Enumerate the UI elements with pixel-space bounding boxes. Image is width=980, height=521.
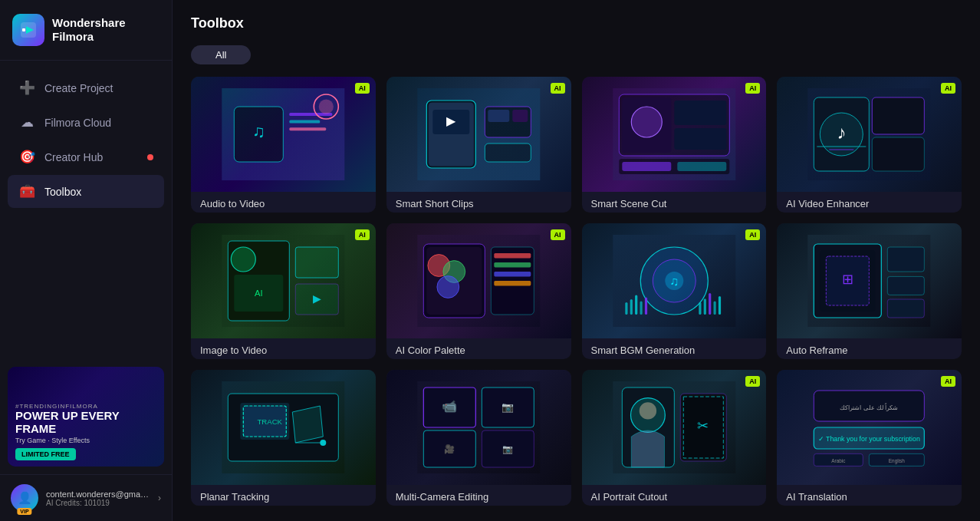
svg-rect-53 [494,262,531,267]
tool-label: Audio to Video [191,192,376,213]
tool-card-ai-color-palette[interactable]: AI AI Color Palette [386,223,571,359]
svg-rect-70 [718,296,720,315]
tool-card-auto-reframe[interactable]: ⊞ Auto Reframe [777,223,962,359]
svg-rect-18 [488,110,509,122]
tool-label: Multi-Camera Editing [386,485,571,506]
svg-text:🎥: 🎥 [444,444,455,454]
app-logo: Wondershare Filmora [0,0,172,61]
tool-card-image-to-video[interactable]: AI ▶ AI Image to Video [191,223,376,359]
svg-point-10 [319,99,334,114]
svg-text:✓ Thank you for your subscript: ✓ Thank you for your subscription [818,435,920,443]
tool-label: Smart Short Clips [386,192,571,213]
tool-label: AI Translation [777,485,962,506]
tool-card-ai-video-enhancer[interactable]: ♪ AI AI Video Enhancer [777,77,962,213]
user-email: content.wonderers@gmail.... [46,490,150,499]
thumb-content: ▶ [386,77,571,192]
filmora-cloud-label: Filmora Cloud [44,117,111,129]
svg-rect-28 [677,162,726,171]
svg-rect-76 [888,247,925,272]
svg-text:📹: 📹 [442,399,457,414]
svg-rect-19 [512,110,528,122]
ai-badge: AI [941,376,955,387]
svg-marker-84 [292,406,323,443]
toolbox-icon: 🧰 [18,183,35,199]
logo-icon [12,14,44,46]
svg-text:♫: ♫ [252,122,265,141]
svg-rect-7 [289,120,320,124]
tool-label: Smart Scene Cut [582,192,767,213]
filter-bar: All [173,39,980,72]
svg-rect-78 [888,299,925,318]
sidebar-item-creator-hub[interactable]: 🎯 Creator Hub [8,140,164,173]
tool-card-multi-camera-editing[interactable]: 📹 📷 🎥 📷 Multi-Camera Editing [386,370,571,506]
thumb-content: ♫ [582,223,767,338]
ai-badge: AI [745,229,760,240]
svg-rect-65 [644,298,646,315]
tool-thumbnail: 📹 📷 🎥 📷 [386,370,571,485]
banner-sub: Try Game · Style Effects [15,437,156,444]
tool-thumbnail: ✂ AI [582,370,767,485]
svg-text:📷: 📷 [502,444,513,454]
svg-rect-63 [635,295,637,315]
svg-text:▶: ▶ [446,114,456,127]
user-info: content.wonderers@gmail.... AI Credits: … [46,490,150,507]
banner-content: #TRENDINGINFILMORA POWER UP EVERY FRAME … [8,397,164,467]
svg-point-39 [231,247,255,272]
tool-thumbnail: ♫ AI [582,223,767,338]
svg-rect-64 [640,301,642,315]
tool-label: AI Portrait Cutout [582,485,767,506]
thumb-content: AI ▶ [191,223,376,338]
tool-thumbnail: ▶ AI [386,77,571,192]
svg-text:AI: AI [255,289,263,298]
banner-button[interactable]: LIMITED FREE [15,448,76,460]
notification-dot [147,154,153,160]
ai-badge: AI [355,229,370,240]
svg-rect-2 [22,28,25,31]
sidebar-item-create-project[interactable]: ➕ Create Project [8,71,164,104]
tool-label: Image to Video [191,338,376,359]
svg-point-100 [639,402,656,419]
svg-rect-25 [674,128,726,150]
creator-hub-label: Creator Hub [44,151,103,163]
ai-badge: AI [941,83,955,94]
tool-card-smart-bgm-generation[interactable]: ♫ AI Smart BGM Generation [582,223,767,359]
svg-rect-67 [703,298,705,315]
create-project-label: Create Project [44,82,113,94]
main-header: Toolbox [173,0,980,39]
filmora-cloud-icon: ☁ [18,114,35,130]
svg-text:English: English [889,458,905,464]
svg-text:⊞: ⊞ [842,272,853,287]
tool-card-planar-tracking[interactable]: TRACK Planar Tracking [191,370,376,506]
tool-card-smart-scene-cut[interactable]: AI Smart Scene Cut [582,77,767,213]
thumb-content [386,223,571,338]
filter-all[interactable]: All [191,45,251,64]
tool-card-ai-translation[interactable]: شكراً لك على اشتراكك ✓ Thank you for you… [777,370,962,506]
svg-text:✂: ✂ [697,418,709,434]
toolbox-label: Toolbox [44,186,81,198]
banner-title: POWER UP EVERY FRAME [15,410,156,435]
tool-card-smart-short-clips[interactable]: ▶ AI Smart Short Clips [386,77,571,213]
avatar: 👤 VIP [11,484,38,512]
thumb-content: TRACK [191,370,376,485]
svg-rect-24 [674,101,726,125]
vip-badge: VIP [17,508,31,515]
sidebar-item-toolbox[interactable]: 🧰 Toolbox [8,175,164,208]
thumb-content: ♫ [191,77,376,192]
svg-text:♫: ♫ [669,275,679,288]
user-profile[interactable]: 👤 VIP content.wonderers@gmail.... AI Cre… [0,474,172,521]
tool-label: Smart BGM Generation [582,338,767,359]
promo-banner[interactable]: #TRENDINGINFILMORA POWER UP EVERY FRAME … [8,367,164,467]
tool-card-ai-portrait-cutout[interactable]: ✂ AI AI Portrait Cutout [582,370,767,506]
creator-hub-icon: 🎯 [18,149,35,165]
svg-text:Arabic: Arabic [832,458,847,463]
sidebar-item-filmora-cloud[interactable]: ☁ Filmora Cloud [8,106,164,139]
svg-text:▶: ▶ [313,292,321,305]
svg-rect-62 [630,299,632,315]
svg-text:📷: 📷 [502,401,514,414]
tool-thumbnail: AI [582,77,767,192]
thumb-content: ✂ [582,370,767,485]
tool-card-audio-to-video[interactable]: ♫ AI Audio to Video [191,77,376,213]
thumb-content: ⊞ [777,223,962,338]
svg-rect-54 [494,272,531,276]
svg-rect-66 [699,302,701,315]
